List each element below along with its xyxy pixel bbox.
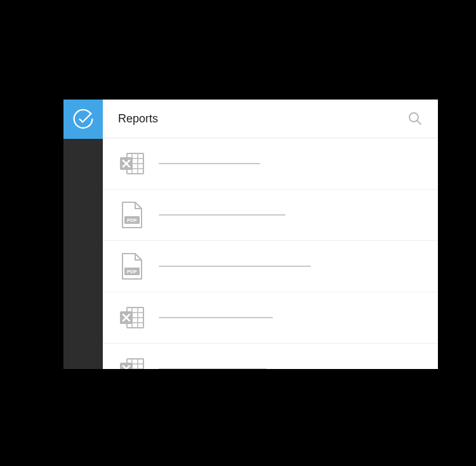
excel-file-icon (118, 304, 146, 332)
svg-text:PDF: PDF (127, 269, 137, 275)
app-window: Reports PDF PDF (63, 100, 438, 369)
excel-file-icon (118, 150, 146, 178)
svg-text:PDF: PDF (127, 217, 137, 223)
app-logo[interactable] (63, 100, 103, 139)
report-title-placeholder (159, 317, 273, 318)
report-list-item[interactable] (103, 138, 438, 190)
search-button[interactable] (407, 111, 423, 126)
sidebar (63, 100, 103, 369)
report-title-placeholder (159, 368, 267, 369)
checkmark-logo-icon (72, 108, 95, 131)
pdf-file-icon: PDF (118, 252, 146, 280)
pdf-file-icon: PDF (118, 201, 146, 229)
report-list-item[interactable]: PDF (103, 190, 438, 241)
report-title-placeholder (159, 266, 311, 267)
header: Reports (103, 100, 438, 138)
report-title-placeholder (159, 163, 260, 164)
report-list-item[interactable] (103, 292, 438, 344)
page-title: Reports (118, 112, 158, 126)
report-list-item[interactable]: PDF (103, 241, 438, 292)
report-list-item[interactable] (103, 344, 438, 369)
excel-file-icon (118, 355, 146, 369)
search-icon (407, 111, 423, 126)
report-title-placeholder (159, 214, 286, 216)
svg-line-1 (418, 121, 421, 125)
reports-list: PDF PDF (103, 138, 438, 369)
main-content: Reports PDF PDF (103, 100, 438, 369)
